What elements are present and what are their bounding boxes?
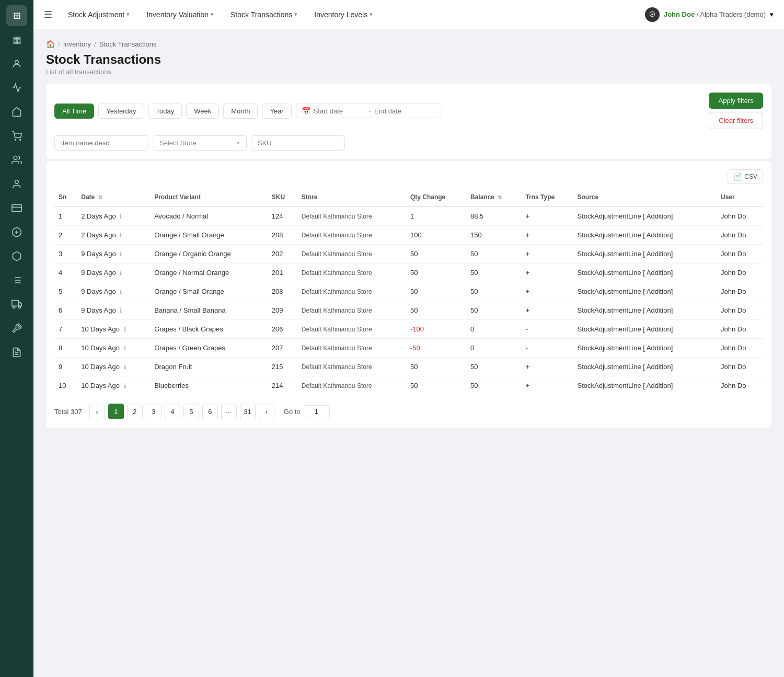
sidebar-icon-notes[interactable] <box>6 342 27 363</box>
cell-balance: 0 <box>466 320 521 339</box>
cell-source: StockAdjustmentLine [ Addition] <box>573 206 717 226</box>
sidebar-icon-store[interactable] <box>6 101 27 122</box>
goto-input[interactable] <box>304 405 330 418</box>
sidebar-icon-tools[interactable] <box>6 318 27 339</box>
time-btn-month[interactable]: Month <box>223 104 258 119</box>
time-btn-yesterday[interactable]: Yesterday <box>98 104 144 119</box>
sidebar-icon-reports[interactable]: ▦ <box>6 29 27 50</box>
breadcrumb-inventory[interactable]: Inventory <box>63 40 91 48</box>
cell-product: Orange / Organic Orange <box>150 245 268 263</box>
nav-stock-transactions[interactable]: Stock Transactions ▾ <box>224 7 304 22</box>
cell-product: Banana / Small Banana <box>150 301 268 320</box>
page-btn-2[interactable]: 2 <box>127 404 143 419</box>
info-icon[interactable]: ℹ <box>124 364 126 370</box>
info-icon[interactable]: ℹ <box>120 251 122 257</box>
avatar: ⦿ <box>645 7 660 22</box>
cell-qty: 50 <box>406 301 466 320</box>
chevron-down-icon: ▾ <box>294 11 297 18</box>
cell-sn: 10 <box>54 376 77 395</box>
page-btn-1[interactable]: 1 <box>108 404 124 419</box>
cell-user: John Do <box>717 263 763 282</box>
table-row: 10 10 Days Ago ℹ Blueberries 214 Default… <box>54 376 763 395</box>
page-btn-3[interactable]: 3 <box>146 404 162 419</box>
nav-stock-adjustment[interactable]: Stock Adjustment ▾ <box>62 7 136 22</box>
csv-export-button[interactable]: 📄 CSV <box>728 169 763 184</box>
page-btn-31[interactable]: 31 <box>240 404 256 419</box>
sidebar-icon-cart[interactable] <box>6 125 27 146</box>
time-btn-year[interactable]: Year <box>262 104 291 119</box>
time-btn-today[interactable]: Today <box>148 104 182 119</box>
table-row: 8 10 Days Ago ℹ Grapes / Green Grapes 20… <box>54 339 763 358</box>
store-select[interactable]: Select Store ▾ <box>153 135 247 151</box>
sidebar-icon-people[interactable] <box>6 150 27 170</box>
sidebar-icon-card[interactable] <box>6 198 27 219</box>
date-range-picker[interactable]: 📅 - <box>296 104 442 118</box>
svg-point-3 <box>14 156 17 160</box>
col-balance[interactable]: Balance ⇅ <box>466 188 521 206</box>
cell-sn: 4 <box>54 263 77 282</box>
start-date-input[interactable] <box>314 107 366 115</box>
cell-balance: 50 <box>466 282 521 301</box>
sidebar-icon-package[interactable] <box>6 246 27 267</box>
info-icon[interactable]: ℹ <box>124 326 126 332</box>
page-btn-4[interactable]: 4 <box>165 404 180 419</box>
info-icon[interactable]: ℹ <box>120 232 122 238</box>
cell-user: John Do <box>717 226 763 245</box>
table-row: 9 10 Days Ago ℹ Dragon Fruit 215 Default… <box>54 358 763 376</box>
goto-wrapper: Go to <box>284 405 330 418</box>
clear-filters-button[interactable]: Clear filters <box>709 112 763 129</box>
info-icon[interactable]: ℹ <box>120 213 122 220</box>
sidebar-icon-chart[interactable] <box>6 77 27 98</box>
sidebar-icon-truck[interactable] <box>6 294 27 315</box>
sidebar-icon-users[interactable] <box>6 53 27 74</box>
end-date-input[interactable] <box>374 107 426 115</box>
sidebar-icon-money[interactable] <box>6 222 27 243</box>
nav-inventory-levels[interactable]: Inventory Levels ▾ <box>308 7 379 22</box>
sidebar-icon-dashboard[interactable]: ⊞ <box>6 5 27 26</box>
sku-input[interactable] <box>251 135 345 151</box>
breadcrumb-current: Stock Transactions <box>99 40 157 48</box>
next-page-button[interactable]: › <box>259 404 274 419</box>
info-icon[interactable]: ℹ <box>120 307 122 314</box>
cell-date: 10 Days Ago ℹ <box>77 358 150 376</box>
cell-qty: 100 <box>406 226 466 245</box>
sidebar-icon-list[interactable] <box>6 270 27 291</box>
nav-inventory-valuation[interactable]: Inventory Valuation ▾ <box>140 7 220 22</box>
sidebar-icon-profile[interactable] <box>6 174 27 194</box>
cell-trns: - <box>521 339 573 358</box>
cell-store: Default Kathmandu Store <box>297 282 406 301</box>
menu-toggle[interactable]: ☰ <box>44 9 52 20</box>
cell-source: StockAdjustmentLine [ Addition] <box>573 358 717 376</box>
cell-balance: 50 <box>466 301 521 320</box>
cell-sn: 5 <box>54 282 77 301</box>
page-btn-6[interactable]: 6 <box>202 404 218 419</box>
cell-date: 9 Days Ago ℹ <box>77 282 150 301</box>
time-btn-alltime[interactable]: All Time <box>54 104 94 119</box>
cell-date: 9 Days Ago ℹ <box>77 301 150 320</box>
table-row: 4 9 Days Ago ℹ Orange / Normal Orange 20… <box>54 263 763 282</box>
item-search-input[interactable] <box>54 135 148 151</box>
col-date[interactable]: Date ⇅ <box>77 188 150 206</box>
cell-user: John Do <box>717 376 763 395</box>
info-icon[interactable]: ℹ <box>124 383 126 389</box>
cell-store: Default Kathmandu Store <box>297 206 406 226</box>
page-btn-5[interactable]: 5 <box>183 404 199 419</box>
info-icon[interactable]: ℹ <box>120 270 122 276</box>
cell-product: Avocado / Normal <box>150 206 268 226</box>
info-icon[interactable]: ℹ <box>120 289 122 295</box>
home-icon[interactable]: 🏠 <box>46 40 55 48</box>
content-area: 🏠 / Inventory / Stock Transactions Stock… <box>33 29 784 677</box>
cell-store: Default Kathmandu Store <box>297 358 406 376</box>
cell-sn: 2 <box>54 226 77 245</box>
calendar-icon: 📅 <box>302 107 310 115</box>
cell-store: Default Kathmandu Store <box>297 376 406 395</box>
cell-trns: + <box>521 301 573 320</box>
cell-qty: 50 <box>406 358 466 376</box>
time-btn-week[interactable]: Week <box>186 104 219 119</box>
cell-sn: 8 <box>54 339 77 358</box>
user-profile[interactable]: ⦿ John Doe / Alpha Traders (demo) ▾ <box>645 7 774 22</box>
cell-balance: 150 <box>466 226 521 245</box>
apply-filters-button[interactable]: Apply filters <box>709 93 763 109</box>
info-icon[interactable]: ℹ <box>124 345 126 351</box>
prev-page-button[interactable]: ‹ <box>89 404 105 419</box>
